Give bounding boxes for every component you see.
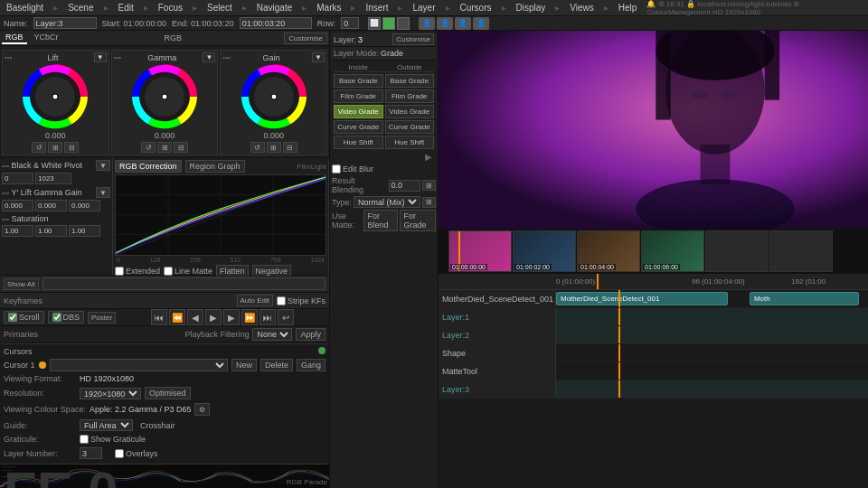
menu-marks[interactable]: Marks — [314, 2, 344, 14]
customise-button[interactable]: Customise — [284, 33, 327, 44]
inside-video-grade[interactable]: Video Grade — [334, 105, 383, 118]
tab-ycbcr[interactable]: YCbCr — [31, 32, 62, 44]
track-content-1[interactable]: MotherDied_SceneDetect_001 Moth — [556, 290, 868, 307]
dbs-checkbox[interactable] — [52, 313, 61, 322]
track-content-5[interactable] — [556, 362, 868, 380]
inside-hue-shift[interactable]: Hue Shift — [334, 136, 383, 149]
layer-number-input[interactable] — [80, 447, 102, 459]
optimised-btn[interactable]: Optimised — [145, 387, 191, 399]
menu-cursors[interactable]: Cursors — [458, 2, 495, 14]
gain-wheel[interactable] — [241, 64, 307, 129]
track-content-3[interactable] — [556, 326, 868, 343]
for-blend-btn[interactable]: For Blend — [363, 210, 398, 231]
resolution-select[interactable]: 1920×1080 — [80, 388, 141, 399]
menu-focus[interactable]: Focus — [156, 2, 185, 14]
outside-curve-grade[interactable]: Curve Grade — [385, 120, 435, 134]
gain-copy[interactable]: ⊞ — [267, 142, 281, 153]
lift-menu[interactable]: ▼ — [94, 52, 107, 62]
lift-wheel[interactable] — [23, 64, 88, 129]
gamma-reset[interactable]: ↺ — [141, 142, 156, 153]
ylift-v3[interactable] — [69, 200, 100, 211]
cursor-new-btn[interactable]: New — [231, 359, 257, 371]
transport-forward-frame[interactable]: ⏩ — [241, 309, 258, 325]
curves-tab-rgb[interactable]: RGB Correction — [115, 160, 182, 173]
lift-paste[interactable]: ⊟ — [64, 142, 79, 153]
thumbnail-6[interactable] — [769, 230, 833, 272]
track-content-6[interactable] — [556, 380, 868, 398]
bw-low-input[interactable] — [2, 173, 33, 184]
show-all-button[interactable]: Show All — [4, 278, 39, 290]
inside-film-grade[interactable]: Film Grade — [334, 89, 383, 103]
thumbnail-1[interactable]: 01:00:00:00 — [448, 230, 512, 272]
edit-blur-checkbox[interactable] — [332, 164, 341, 174]
colour-space-btn[interactable]: ⚙ — [194, 403, 210, 416]
transport-forward-step[interactable]: ▶ — [223, 309, 240, 325]
track-content-2[interactable] — [556, 308, 868, 325]
bw-high-input[interactable] — [35, 173, 71, 184]
menu-display[interactable]: Display — [514, 2, 549, 14]
menu-baselight[interactable]: Baselight — [4, 2, 46, 14]
dbs-check[interactable]: DBS — [48, 311, 85, 324]
type-select[interactable]: Normal (Mix) — [354, 196, 420, 208]
bw-menu[interactable]: ▼ — [96, 160, 110, 171]
cursor1-select[interactable] — [50, 359, 228, 371]
scroll-check[interactable]: Scroll — [4, 311, 44, 324]
gain-paste[interactable]: ⊟ — [283, 142, 297, 153]
cursor-gang-btn[interactable]: Gang — [297, 359, 326, 371]
stripe-kfs-check[interactable]: Stripe KFs — [277, 296, 326, 305]
menu-help[interactable]: Help — [616, 2, 640, 14]
clip-1a[interactable]: MotherDied_SceneDetect_001 — [556, 292, 728, 305]
inside-base-grade[interactable]: Base Grade — [334, 74, 383, 88]
layer-panel-customise[interactable]: Customise — [392, 33, 434, 45]
gamma-wheel[interactable] — [132, 64, 197, 129]
row-input[interactable] — [341, 17, 359, 29]
gamma-paste[interactable]: ⊟ — [174, 142, 188, 153]
graticule-check[interactable]: Show Graticule — [80, 435, 146, 444]
stripe-kfs-checkbox[interactable] — [277, 296, 286, 305]
color-btn-3[interactable] — [397, 17, 410, 30]
menu-scene[interactable]: Scene — [65, 2, 96, 14]
menu-layer[interactable]: Layer — [410, 2, 438, 14]
poster-btn[interactable]: Poster — [88, 312, 116, 324]
transport-loop[interactable]: ↩ — [278, 309, 294, 325]
outside-base-grade[interactable]: Base Grade — [385, 74, 435, 88]
transport-back-frame[interactable]: ⏪ — [169, 309, 185, 325]
type-menu-btn[interactable]: ⊞ — [422, 197, 436, 208]
sat-v1[interactable] — [2, 225, 33, 237]
for-grade-btn[interactable]: For Grade — [400, 210, 436, 231]
overlays-check[interactable]: Overlays — [115, 449, 158, 458]
lift-reset[interactable]: ↺ — [32, 142, 46, 153]
transport-back-end[interactable]: ⏮ — [151, 309, 167, 325]
line-matte-check[interactable]: Line Matte — [164, 267, 212, 276]
layer-name-input[interactable] — [33, 17, 97, 29]
gamma-menu[interactable]: ▼ — [203, 52, 215, 62]
transport-back-step[interactable]: ◀ — [187, 309, 203, 325]
extended-checkbox[interactable] — [115, 267, 124, 276]
menu-views[interactable]: Views — [567, 2, 597, 14]
auto-edit-btn[interactable]: Auto Edit — [237, 295, 273, 306]
outside-film-grade[interactable]: Film Grade — [385, 89, 435, 103]
sat-v3[interactable] — [69, 225, 100, 237]
color-btn-1[interactable]: ⬜ — [368, 17, 381, 30]
result-blend-btn[interactable]: ⊞ — [422, 180, 436, 191]
line-matte-checkbox[interactable] — [164, 267, 173, 276]
thumbnail-5[interactable] — [705, 230, 769, 272]
overlays-checkbox[interactable] — [115, 449, 124, 458]
clip-1b[interactable]: Moth — [750, 292, 859, 305]
ylift-v2[interactable] — [35, 200, 67, 211]
apply-btn[interactable]: Apply — [296, 328, 326, 341]
showall-input[interactable] — [42, 277, 326, 290]
cursor-delete-btn[interactable]: Delete — [260, 359, 293, 371]
current-time-input[interactable] — [240, 17, 312, 29]
ylift-menu[interactable]: ▼ — [96, 187, 110, 198]
playback-filtering-select[interactable]: None — [252, 328, 292, 341]
scroll-checkbox[interactable] — [8, 313, 17, 322]
inside-curve-grade[interactable]: Curve Grade — [334, 120, 383, 134]
menu-insert[interactable]: Insert — [363, 2, 391, 14]
curves-tab-region[interactable]: Region Graph — [185, 160, 245, 173]
graticule-checkbox[interactable] — [80, 435, 89, 444]
gamma-copy[interactable]: ⊞ — [157, 142, 172, 153]
transport-play[interactable]: ▶ — [205, 309, 222, 325]
track-content-4[interactable] — [556, 344, 868, 361]
sat-v2[interactable] — [35, 225, 67, 237]
